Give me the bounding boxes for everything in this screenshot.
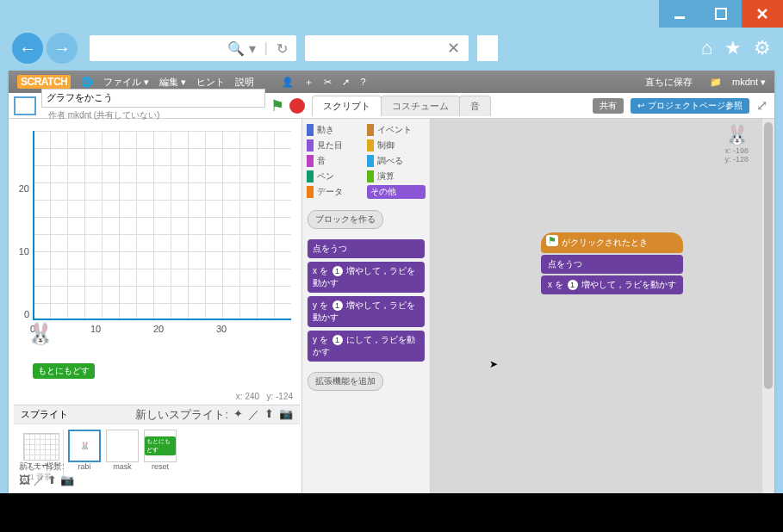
category-制御[interactable]: 制御 — [367, 139, 426, 152]
mouse-cursor-icon: ➤ — [489, 358, 498, 370]
x-tick-1: 10 — [90, 324, 101, 334]
search-input[interactable]: ✕ — [305, 35, 469, 61]
menu-file[interactable]: ファイル ▾ — [103, 76, 149, 89]
svg-rect-1 — [716, 9, 726, 19]
star-icon[interactable]: ★ — [724, 37, 742, 59]
script-stack[interactable]: がクリックされたとき 点をうつ x を 1 増やして，ラビを動かす — [541, 232, 683, 294]
project-page-button[interactable]: ↩プロジェクトページ参照 — [631, 98, 749, 114]
back-button[interactable]: ← — [12, 33, 43, 64]
green-flag-button[interactable]: ⚑ — [270, 96, 284, 115]
category-データ[interactable]: データ — [307, 185, 365, 199]
palette-block-2[interactable]: y を 1 増やして，ラビを動かす — [308, 296, 425, 327]
tab-sounds[interactable]: 音 — [459, 96, 491, 116]
block-palette: 動きイベント見た目制御音調べるペン演算データその他 ブロックを作る 点をうつx … — [301, 119, 431, 493]
duplicate-icon[interactable]: ＋ — [304, 76, 314, 89]
save-now[interactable]: 直ちに保存 — [645, 76, 693, 89]
paint-sprite-icon[interactable]: ／ — [248, 407, 259, 423]
scratch-editor: SCRATCH 🌐 ファイル ▾ 編集 ▾ ヒント 説明 👤 ＋ ✂ ➚ ? 直… — [9, 71, 774, 493]
shrink-icon[interactable]: ✂ — [324, 77, 332, 88]
folder-icon[interactable]: 📁 — [710, 77, 722, 88]
scrollbar[interactable] — [762, 119, 774, 493]
forward-button[interactable]: → — [47, 33, 78, 64]
new-bg-label: 新しい背景: 🖼 ／ ⬆ 📷 — [19, 461, 74, 488]
sprite-mask[interactable]: mask — [105, 430, 140, 478]
project-title-input[interactable] — [41, 89, 265, 108]
project-header: 作者 mkdnt (共有していない) ⚑ スクリプト コスチューム 音 共有 ↩… — [9, 93, 774, 119]
window-titlebar — [0, 0, 783, 28]
menu-hint[interactable]: ヒント — [196, 76, 225, 89]
stage-coords: x: 240 y: -124 — [236, 392, 293, 401]
make-block-button[interactable]: ブロックを作る — [308, 210, 383, 229]
stop-button[interactable] — [289, 98, 305, 114]
graph-chart: 0 10 20 0 10 20 30 🐰 — [33, 131, 291, 320]
hat-block-flag-clicked[interactable]: がクリックされたとき — [541, 232, 683, 253]
sprite-reset[interactable]: もとにもどすreset — [143, 430, 177, 478]
url-input[interactable]: 🔍 ▾|↻ — [90, 35, 296, 61]
rabbit-sprite[interactable]: 🐰 — [28, 322, 53, 346]
scratch-logo: SCRATCH — [17, 75, 71, 89]
upload-sprite-icon[interactable]: ⬆ — [264, 407, 274, 423]
script-sprite-info: 🐰 x: -198 y: -128 — [724, 124, 749, 164]
grow-icon[interactable]: ➚ — [342, 77, 350, 88]
tab-costumes[interactable]: コスチューム — [381, 96, 460, 116]
reset-button[interactable]: もとにもどす — [33, 363, 95, 379]
minimize-button[interactable] — [659, 0, 700, 28]
stamp-icon[interactable]: 👤 — [282, 77, 294, 88]
palette-block-1[interactable]: x を 1 増やして，ラビを動かす — [308, 262, 425, 293]
maximize-button[interactable] — [700, 0, 742, 28]
tabs-area[interactable] — [477, 35, 498, 61]
user-menu[interactable]: mkdnt ▾ — [732, 77, 766, 88]
category-その他[interactable]: その他 — [367, 185, 426, 199]
share-button[interactable]: 共有 — [593, 98, 624, 114]
category-調べる[interactable]: 調べる — [367, 154, 426, 168]
y-tick-2: 20 — [19, 183, 33, 194]
menu-about[interactable]: 説明 — [235, 76, 254, 89]
help-icon[interactable]: ? — [360, 77, 365, 87]
gear-icon[interactable]: ⚙ — [754, 37, 771, 59]
sprite-panel: スプライト 新しいスプライト: ✦ ／ ⬆ 📷 ステージ 1 背景 🐰rabim… — [14, 405, 300, 493]
category-見た目[interactable]: 見た目 — [307, 139, 365, 152]
close-button[interactable] — [742, 0, 783, 28]
reload-icon[interactable]: ↻ — [277, 40, 288, 57]
address-bar: ← → 🔍 ▾|↻ ✕ ⌂ ★ ⚙ — [0, 28, 783, 69]
block-plot-point[interactable]: 点をうつ — [541, 255, 683, 274]
script-workspace[interactable]: 🐰 x: -198 y: -128 がクリックされたとき 点をうつ x を 1 … — [431, 119, 774, 493]
y-tick-1: 10 — [19, 246, 33, 257]
category-演算[interactable]: 演算 — [367, 170, 426, 183]
category-動き[interactable]: 動き — [307, 123, 365, 137]
globe-icon[interactable]: 🌐 — [81, 77, 93, 88]
category-イベント[interactable]: イベント — [367, 123, 426, 137]
x-tick-3: 30 — [216, 324, 227, 334]
x-tick-2: 20 — [153, 324, 164, 334]
clear-icon[interactable]: ✕ — [447, 39, 460, 58]
category-ペン[interactable]: ペン — [307, 170, 365, 183]
add-extension-button[interactable]: 拡張機能を追加 — [308, 372, 383, 391]
home-icon[interactable]: ⌂ — [701, 37, 712, 59]
palette-block-3[interactable]: y を 1 にして，ラビを動かす — [308, 331, 425, 362]
choose-sprite-icon[interactable]: ✦ — [233, 407, 243, 423]
svg-rect-0 — [674, 16, 685, 19]
category-音[interactable]: 音 — [307, 154, 365, 168]
view-mode-icon[interactable] — [14, 96, 36, 115]
y-tick-0: 0 — [24, 309, 33, 319]
expand-icon[interactable]: ⤢ — [756, 97, 767, 114]
sprite-header: スプライト — [21, 408, 68, 421]
palette-block-0[interactable]: 点をうつ — [308, 239, 425, 258]
menu-edit[interactable]: 編集 ▾ — [159, 76, 186, 89]
stage-area: 0 10 20 0 10 20 30 🐰 もとにもどす x: 240 y: -1… — [14, 119, 300, 403]
search-icon: 🔍 ▾ — [227, 40, 255, 57]
block-move-x[interactable]: x を 1 増やして，ラビを動かす — [541, 275, 683, 294]
new-sprite-label: 新しいスプライト: — [135, 407, 228, 423]
camera-sprite-icon[interactable]: 📷 — [279, 407, 293, 423]
tab-scripts[interactable]: スクリプト — [312, 96, 382, 116]
